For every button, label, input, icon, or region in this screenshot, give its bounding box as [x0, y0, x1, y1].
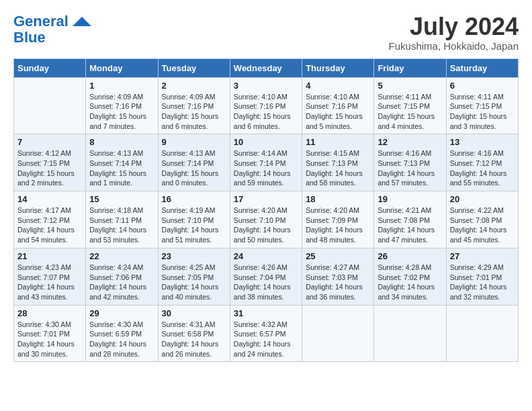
day-number: 3 — [234, 81, 298, 91]
calendar-cell: 13Sunrise: 4:16 AMSunset: 7:12 PMDayligh… — [446, 134, 518, 191]
day-number: 30 — [162, 308, 226, 318]
calendar-cell: 25Sunrise: 4:27 AMSunset: 7:03 PMDayligh… — [302, 248, 374, 305]
day-number: 4 — [306, 81, 370, 91]
day-info: Sunrise: 4:09 AMSunset: 7:16 PMDaylight:… — [89, 92, 154, 132]
day-number: 11 — [306, 137, 370, 147]
day-info: Sunrise: 4:23 AMSunset: 7:07 PMDaylight:… — [17, 263, 82, 302]
day-number: 24 — [234, 251, 298, 261]
day-info: Sunrise: 4:31 AMSunset: 6:58 PMDaylight:… — [162, 320, 226, 359]
calendar-cell — [446, 305, 518, 362]
weekday-header-sunday: Sunday — [14, 58, 86, 77]
day-number: 5 — [378, 81, 442, 91]
day-info: Sunrise: 4:21 AMSunset: 7:08 PMDaylight:… — [378, 205, 442, 245]
calendar-cell: 4Sunrise: 4:10 AMSunset: 7:16 PMDaylight… — [302, 77, 374, 134]
day-number: 27 — [450, 251, 515, 261]
day-number: 26 — [378, 251, 442, 261]
day-number: 16 — [162, 194, 226, 204]
location-subtitle: Fukushima, Hokkaido, Japan — [389, 40, 519, 52]
calendar-cell — [14, 77, 86, 134]
calendar-cell: 27Sunrise: 4:29 AMSunset: 7:01 PMDayligh… — [446, 248, 518, 305]
day-info: Sunrise: 4:24 AMSunset: 7:06 PMDaylight:… — [89, 263, 154, 302]
calendar-cell: 21Sunrise: 4:23 AMSunset: 7:07 PMDayligh… — [14, 248, 86, 305]
calendar-cell: 11Sunrise: 4:15 AMSunset: 7:13 PMDayligh… — [302, 134, 374, 191]
day-number: 31 — [234, 308, 298, 318]
day-number: 1 — [89, 81, 154, 91]
day-info: Sunrise: 4:29 AMSunset: 7:01 PMDaylight:… — [450, 263, 515, 302]
calendar-cell — [302, 305, 374, 362]
day-number: 22 — [89, 251, 154, 261]
day-info: Sunrise: 4:09 AMSunset: 7:16 PMDaylight:… — [162, 92, 226, 132]
weekday-header-saturday: Saturday — [446, 58, 518, 77]
day-number: 7 — [17, 137, 82, 147]
calendar-cell: 29Sunrise: 4:30 AMSunset: 6:59 PMDayligh… — [86, 305, 158, 362]
day-info: Sunrise: 4:16 AMSunset: 7:12 PMDaylight:… — [450, 148, 515, 188]
month-year-title: July 2024 — [389, 13, 519, 40]
day-info: Sunrise: 4:13 AMSunset: 7:14 PMDaylight:… — [89, 148, 154, 188]
calendar-table: SundayMondayTuesdayWednesdayThursdayFrid… — [13, 58, 519, 363]
weekday-header-friday: Friday — [374, 58, 446, 77]
day-number: 6 — [450, 81, 515, 91]
weekday-header-row: SundayMondayTuesdayWednesdayThursdayFrid… — [14, 58, 519, 77]
day-info: Sunrise: 4:10 AMSunset: 7:16 PMDaylight:… — [306, 92, 370, 132]
day-info: Sunrise: 4:28 AMSunset: 7:02 PMDaylight:… — [378, 263, 442, 302]
calendar-cell: 30Sunrise: 4:31 AMSunset: 6:58 PMDayligh… — [158, 305, 230, 362]
week-row-5: 28Sunrise: 4:30 AMSunset: 7:01 PMDayligh… — [14, 305, 519, 362]
calendar-cell: 14Sunrise: 4:17 AMSunset: 7:12 PMDayligh… — [14, 191, 86, 248]
calendar-cell: 10Sunrise: 4:14 AMSunset: 7:14 PMDayligh… — [230, 134, 302, 191]
logo-blue: Blue — [13, 29, 46, 46]
day-info: Sunrise: 4:13 AMSunset: 7:14 PMDaylight:… — [162, 148, 226, 188]
day-number: 28 — [17, 308, 82, 318]
day-info: Sunrise: 4:20 AMSunset: 7:10 PMDaylight:… — [234, 205, 298, 245]
calendar-cell: 26Sunrise: 4:28 AMSunset: 7:02 PMDayligh… — [374, 248, 446, 305]
week-row-1: 1Sunrise: 4:09 AMSunset: 7:16 PMDaylight… — [14, 77, 519, 134]
day-number: 15 — [89, 194, 154, 204]
calendar-cell — [374, 305, 446, 362]
day-info: Sunrise: 4:10 AMSunset: 7:16 PMDaylight:… — [234, 92, 298, 132]
week-row-3: 14Sunrise: 4:17 AMSunset: 7:12 PMDayligh… — [14, 191, 519, 248]
day-number: 29 — [89, 308, 154, 318]
weekday-header-wednesday: Wednesday — [230, 58, 302, 77]
day-info: Sunrise: 4:26 AMSunset: 7:04 PMDaylight:… — [234, 263, 298, 302]
day-number: 20 — [450, 194, 515, 204]
day-info: Sunrise: 4:27 AMSunset: 7:03 PMDaylight:… — [306, 263, 370, 302]
day-info: Sunrise: 4:16 AMSunset: 7:13 PMDaylight:… — [378, 148, 442, 188]
calendar-cell: 24Sunrise: 4:26 AMSunset: 7:04 PMDayligh… — [230, 248, 302, 305]
day-number: 10 — [234, 137, 298, 147]
day-info: Sunrise: 4:12 AMSunset: 7:15 PMDaylight:… — [17, 148, 82, 188]
day-info: Sunrise: 4:30 AMSunset: 6:59 PMDaylight:… — [89, 320, 154, 359]
day-number: 23 — [162, 251, 226, 261]
calendar-cell: 5Sunrise: 4:11 AMSunset: 7:15 PMDaylight… — [374, 77, 446, 134]
day-info: Sunrise: 4:30 AMSunset: 7:01 PMDaylight:… — [17, 320, 82, 359]
weekday-header-thursday: Thursday — [302, 58, 374, 77]
day-number: 8 — [89, 137, 154, 147]
calendar-cell: 9Sunrise: 4:13 AMSunset: 7:14 PMDaylight… — [158, 134, 230, 191]
calendar-cell: 31Sunrise: 4:32 AMSunset: 6:57 PMDayligh… — [230, 305, 302, 362]
day-number: 14 — [17, 194, 82, 204]
day-number: 17 — [234, 194, 298, 204]
day-info: Sunrise: 4:18 AMSunset: 7:11 PMDaylight:… — [89, 205, 154, 245]
day-info: Sunrise: 4:20 AMSunset: 7:09 PMDaylight:… — [306, 205, 370, 245]
weekday-header-tuesday: Tuesday — [158, 58, 230, 77]
svg-marker-0 — [73, 17, 91, 26]
calendar-cell: 1Sunrise: 4:09 AMSunset: 7:16 PMDaylight… — [86, 77, 158, 134]
weekday-header-monday: Monday — [86, 58, 158, 77]
calendar-cell: 18Sunrise: 4:20 AMSunset: 7:09 PMDayligh… — [302, 191, 374, 248]
day-number: 19 — [378, 194, 442, 204]
calendar-cell: 15Sunrise: 4:18 AMSunset: 7:11 PMDayligh… — [86, 191, 158, 248]
calendar-cell: 8Sunrise: 4:13 AMSunset: 7:14 PMDaylight… — [86, 134, 158, 191]
day-number: 21 — [17, 251, 82, 261]
calendar-cell: 6Sunrise: 4:11 AMSunset: 7:15 PMDaylight… — [446, 77, 518, 134]
day-info: Sunrise: 4:32 AMSunset: 6:57 PMDaylight:… — [234, 320, 298, 359]
calendar-cell: 12Sunrise: 4:16 AMSunset: 7:13 PMDayligh… — [374, 134, 446, 191]
calendar-cell: 23Sunrise: 4:25 AMSunset: 7:05 PMDayligh… — [158, 248, 230, 305]
day-number: 18 — [306, 194, 370, 204]
day-info: Sunrise: 4:11 AMSunset: 7:15 PMDaylight:… — [378, 92, 442, 132]
logo-arrow-icon — [73, 17, 91, 26]
day-number: 2 — [162, 81, 226, 91]
week-row-2: 7Sunrise: 4:12 AMSunset: 7:15 PMDaylight… — [14, 134, 519, 191]
day-number: 9 — [162, 137, 226, 147]
day-number: 25 — [306, 251, 370, 261]
calendar-cell: 19Sunrise: 4:21 AMSunset: 7:08 PMDayligh… — [374, 191, 446, 248]
calendar-cell: 17Sunrise: 4:20 AMSunset: 7:10 PMDayligh… — [230, 191, 302, 248]
day-info: Sunrise: 4:22 AMSunset: 7:08 PMDaylight:… — [450, 205, 515, 245]
